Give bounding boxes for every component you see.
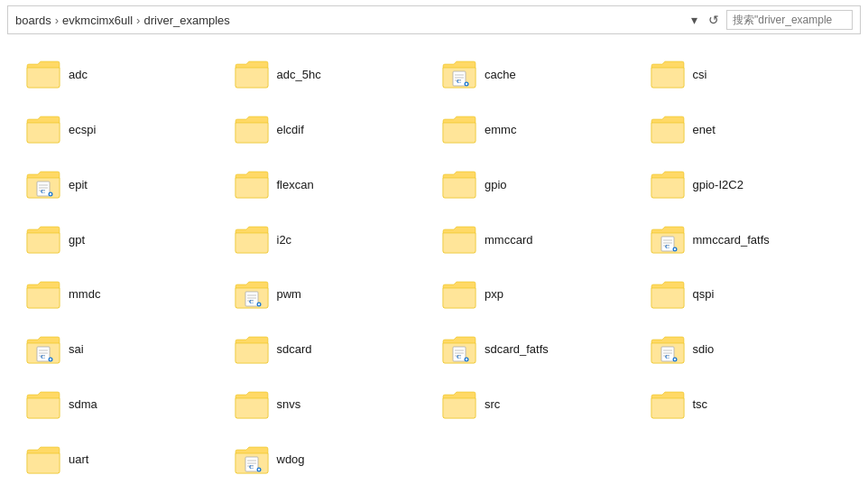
- folder-item-i2c[interactable]: i2c: [226, 214, 435, 266]
- folder-label: cache: [485, 68, 516, 81]
- breadcrumb: boards › evkmcimx6ull › driver_examples: [15, 14, 688, 27]
- svg-text:C: C: [665, 243, 669, 250]
- svg-point-55: [257, 468, 259, 470]
- folder-icon: [25, 59, 61, 89]
- folder-item-emmc[interactable]: emmc: [434, 104, 642, 155]
- address-bar-right: ▾ ↺: [688, 10, 853, 30]
- folder-label: sai: [69, 342, 84, 356]
- folder-icon: [441, 169, 477, 200]
- folder-item-uart[interactable]: uart: [18, 433, 226, 485]
- folder-item-elcdif[interactable]: elcdif: [226, 104, 435, 155]
- folder-item-gpio[interactable]: gpio: [434, 159, 642, 210]
- svg-text:C: C: [41, 188, 45, 195]
- svg-text:C: C: [249, 463, 254, 471]
- folder-item-sdcard[interactable]: sdcard: [226, 323, 435, 375]
- refresh-button[interactable]: ↺: [705, 11, 723, 29]
- folder-icon: [650, 169, 686, 200]
- special-folder-icon: C: [25, 169, 61, 200]
- folder-icon: [234, 334, 270, 365]
- svg-point-27: [257, 303, 259, 305]
- folder-item-src[interactable]: src: [434, 378, 642, 430]
- folder-icon: [25, 389, 61, 420]
- svg-text:C: C: [665, 353, 669, 360]
- folder-item-sdcard_fatfs[interactable]: C sdcard_fatfs: [434, 323, 642, 375]
- svg-point-20: [673, 248, 675, 250]
- crumb-current[interactable]: driver_examples: [143, 14, 229, 27]
- folder-label: mmdc: [69, 287, 100, 301]
- folder-icon: [25, 279, 61, 310]
- folder-icon: [25, 224, 61, 255]
- folder-icon: [441, 279, 477, 310]
- folder-item-pwm[interactable]: C pwm: [226, 269, 435, 321]
- special-folder-icon: C: [25, 334, 61, 365]
- crumb-boards[interactable]: boards: [15, 14, 51, 27]
- folder-label: snvs: [277, 397, 301, 411]
- svg-text:C: C: [249, 298, 254, 305]
- folder-item-wdog[interactable]: C wdog: [226, 433, 435, 485]
- folder-item-mmccard_fatfs[interactable]: C mmccard_fatfs: [642, 214, 851, 266]
- folder-label: flexcan: [277, 178, 314, 191]
- special-folder-icon: C: [234, 279, 270, 310]
- folder-item-sdio[interactable]: C sdio: [642, 323, 851, 375]
- folder-label: gpio-I2C2: [693, 178, 743, 191]
- folder-item-mmccard[interactable]: mmccard: [434, 214, 642, 266]
- folder-item-enet[interactable]: enet: [642, 104, 851, 155]
- folder-item-epit[interactable]: C epit: [18, 159, 226, 210]
- folder-item-adc[interactable]: adc: [18, 49, 226, 100]
- folder-label: sdcard_fatfs: [485, 342, 549, 356]
- special-folder-icon: C: [234, 444, 270, 475]
- folder-label: uart: [69, 452, 88, 466]
- svg-point-41: [466, 359, 467, 360]
- folder-icon: [650, 389, 686, 420]
- folder-item-sai[interactable]: C sai: [18, 323, 226, 375]
- folder-icon: [25, 444, 61, 475]
- folder-label: adc_5hc: [277, 68, 321, 81]
- folder-item-mmdc[interactable]: mmdc: [18, 269, 226, 321]
- folder-label: src: [485, 397, 500, 411]
- folder-icon: [650, 114, 686, 144]
- folder-icon: [234, 169, 270, 200]
- folder-item-gpio-I2C2[interactable]: gpio-I2C2: [642, 159, 851, 210]
- svg-text:C: C: [457, 353, 461, 360]
- folder-item-pxp[interactable]: pxp: [434, 269, 642, 321]
- folder-item-adc_5hc[interactable]: adc_5hc: [226, 49, 435, 100]
- folder-item-ecspi[interactable]: ecspi: [18, 104, 226, 155]
- folder-label: i2c: [277, 233, 292, 247]
- folder-icon: [441, 114, 477, 144]
- folder-label: sdma: [69, 397, 97, 411]
- folder-label: sdcard: [277, 342, 312, 356]
- folder-icon: [234, 114, 270, 144]
- folder-label: mmccard_fatfs: [693, 233, 770, 247]
- folder-label: gpio: [485, 178, 507, 191]
- folder-item-tsc[interactable]: tsc: [642, 378, 851, 430]
- folder-item-cache[interactable]: C cache: [434, 49, 642, 100]
- folder-label: csi: [693, 68, 707, 81]
- folder-label: mmccard: [485, 233, 532, 247]
- folder-label: pxp: [485, 287, 503, 301]
- folder-item-flexcan[interactable]: flexcan: [226, 159, 435, 210]
- folder-item-sdma[interactable]: sdma: [18, 378, 226, 430]
- folder-label: ecspi: [69, 123, 96, 136]
- folder-icon: [234, 224, 270, 255]
- folder-item-qspi[interactable]: qspi: [642, 269, 851, 321]
- special-folder-icon: C: [650, 224, 686, 255]
- folder-item-csi[interactable]: csi: [642, 49, 851, 100]
- crumb-board[interactable]: evkmcimx6ull: [62, 14, 133, 27]
- svg-point-13: [50, 193, 51, 195]
- folder-label: wdog: [277, 452, 305, 466]
- folder-item-snvs[interactable]: snvs: [226, 378, 435, 430]
- svg-text:C: C: [457, 78, 461, 85]
- folder-icon: [25, 114, 61, 144]
- folder-icon: [441, 224, 477, 255]
- svg-point-48: [673, 359, 675, 360]
- dropdown-button[interactable]: ▾: [688, 11, 701, 29]
- folder-label: pwm: [277, 287, 301, 301]
- folder-item-gpt[interactable]: gpt: [18, 214, 226, 266]
- folder-label: tsc: [693, 397, 708, 411]
- svg-point-6: [466, 83, 467, 85]
- address-bar: boards › evkmcimx6ull › driver_examples …: [7, 5, 861, 34]
- special-folder-icon: C: [650, 334, 686, 365]
- search-input[interactable]: [726, 10, 853, 30]
- folder-icon: [234, 59, 270, 89]
- special-folder-icon: C: [441, 334, 477, 365]
